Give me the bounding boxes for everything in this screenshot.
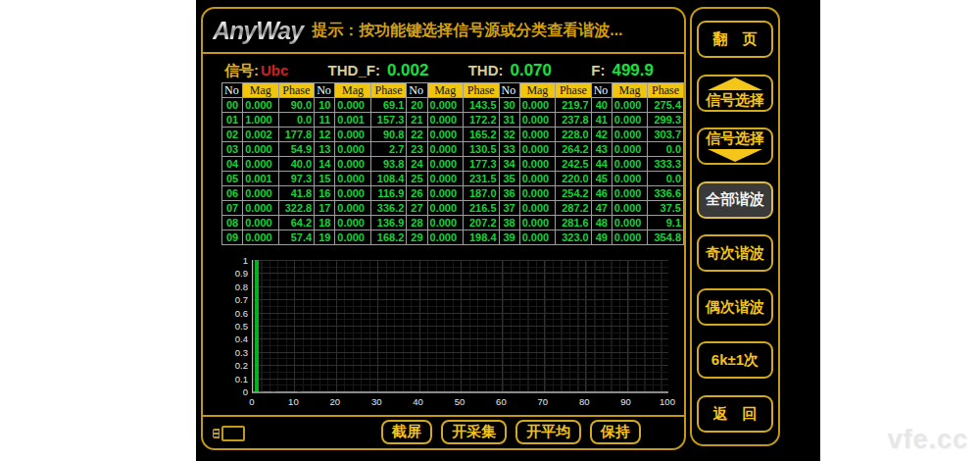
cell-mag: 0.000 <box>519 128 555 142</box>
measurement-info-row: 信号: Ubc THD_F: 0.002 THD: 0.070 F: 499.9 <box>224 60 654 81</box>
cell-no: 40 <box>591 98 612 113</box>
harmonics-table: NoMagPhaseNoMagPhaseNoMagPhaseNoMagPhase… <box>221 82 684 245</box>
table-row: 070.000322.8170.000336.2270.000216.5370.… <box>222 201 684 216</box>
anyway-logo: AnyWay <box>213 17 312 45</box>
cell-no: 09 <box>222 230 243 245</box>
cell-no: 14 <box>315 157 335 172</box>
cell-mag: 0.000 <box>427 172 463 186</box>
cell-mag: 0.000 <box>612 128 647 142</box>
cell-phase: 237.8 <box>556 113 592 128</box>
cell-mag: 0.000 <box>335 201 370 216</box>
cell-phase: 97.3 <box>278 172 315 186</box>
y-axis-tick-label: 0.3 <box>222 347 248 358</box>
cell-mag: 0.000 <box>612 142 647 157</box>
signal-readout: 信号: Ubc <box>224 62 288 80</box>
cell-mag: 0.000 <box>243 216 278 230</box>
table-row: 020.002177.8120.00090.8220.000165.2320.0… <box>222 128 684 142</box>
cell-no: 45 <box>591 172 612 186</box>
sidebar-button-6k-plus-minus-1[interactable]: 6k±1次 <box>697 341 773 379</box>
sidebar-button-page-turn[interactable]: 翻 页 <box>697 21 773 58</box>
screenshot-button[interactable]: 截屏 <box>381 420 432 444</box>
cell-no: 21 <box>407 113 427 128</box>
cell-phase: 0.0 <box>648 142 684 157</box>
cell-phase: 187.0 <box>463 186 499 201</box>
sidebar-button-label: 偶次谐波 <box>706 299 764 316</box>
cell-mag: 0.000 <box>612 157 647 172</box>
table-row: 040.00040.0140.00093.8240.000177.3340.00… <box>222 157 684 172</box>
cell-phase: 90.0 <box>278 98 315 113</box>
main-panel: AnyWay 提示：按功能键选择信号源或分类查看谐波... 信号: Ubc TH… <box>201 7 686 450</box>
cell-mag: 0.000 <box>335 186 370 201</box>
sidebar-button-label: 翻 页 <box>713 31 758 48</box>
cell-no: 13 <box>315 142 335 157</box>
sidebar-button-label: 6k±1次 <box>711 352 759 369</box>
y-axis-tick-label: 0.1 <box>222 374 248 384</box>
cell-phase: 242.5 <box>556 157 592 172</box>
cell-phase: 299.3 <box>648 113 684 128</box>
x-axis-tick-label: 100 <box>653 396 682 407</box>
cell-mag: 0.000 <box>519 201 555 216</box>
sidebar-button-signal-select-down[interactable]: 信号选择 <box>697 128 773 165</box>
cell-no: 08 <box>222 216 243 230</box>
table-row: 090.00057.4190.000168.2290.000198.4390.0… <box>222 230 684 245</box>
frequency-label: F: <box>591 62 605 78</box>
cell-phase: 2.7 <box>370 142 407 157</box>
col-header-no: No <box>499 83 519 98</box>
cell-no: 33 <box>499 142 519 157</box>
hold-button[interactable]: 保持 <box>590 420 641 444</box>
cell-phase: 108.4 <box>370 172 407 186</box>
y-axis-tick-label: 0.6 <box>222 308 248 319</box>
x-axis-tick-label: 70 <box>528 396 558 407</box>
cell-mag: 0.000 <box>335 128 370 142</box>
cell-phase: 143.5 <box>463 98 499 113</box>
cell-mag: 0.000 <box>519 98 555 113</box>
cell-mag: 0.000 <box>243 186 278 201</box>
y-axis-tick-label: 0.8 <box>222 282 248 292</box>
cell-phase: 69.1 <box>370 98 407 113</box>
cell-mag: 0.000 <box>612 230 647 245</box>
col-header-phase: Phase <box>370 83 407 98</box>
y-axis-tick-label: 1 <box>222 255 248 266</box>
cell-no: 18 <box>315 216 335 230</box>
cell-mag: 0.001 <box>335 113 370 128</box>
sidebar-button-return[interactable]: 返 回 <box>697 395 773 433</box>
bottom-bar: 截屏开采集开平均保持 <box>203 415 684 448</box>
cell-phase: 9.1 <box>648 216 684 230</box>
col-header-no: No <box>407 83 427 98</box>
sidebar-button-all-harmonics[interactable]: 全部谐波 <box>697 181 773 219</box>
cell-no: 16 <box>315 186 335 201</box>
col-header-mag: Mag <box>427 83 463 98</box>
cell-phase: 64.2 <box>278 216 315 230</box>
sidebar-button-signal-select-up[interactable]: 信号选择 <box>697 75 773 112</box>
col-header-no: No <box>222 83 243 98</box>
table-row: 060.00041.8160.000116.9260.000187.0360.0… <box>222 186 684 201</box>
cell-phase: 207.2 <box>463 216 499 230</box>
cell-no: 24 <box>407 157 427 172</box>
x-axis-tick-label: 30 <box>362 396 391 407</box>
cell-phase: 93.8 <box>370 157 407 172</box>
cell-no: 28 <box>407 216 427 230</box>
cell-phase: 40.0 <box>278 157 315 172</box>
cell-phase: 287.2 <box>556 201 592 216</box>
cell-phase: 0.0 <box>648 172 684 186</box>
cell-no: 46 <box>591 186 612 201</box>
sidebar-button-odd-harmonics[interactable]: 奇次谐波 <box>697 234 773 272</box>
cell-mag: 0.000 <box>427 157 463 172</box>
cell-no: 37 <box>499 201 519 216</box>
thd-label: THD: <box>468 62 504 78</box>
y-axis-tick-label: 0.7 <box>222 294 248 305</box>
cell-phase: 231.5 <box>463 172 499 186</box>
cell-phase: 177.3 <box>463 157 499 172</box>
cell-no: 38 <box>499 216 519 230</box>
cell-phase: 0.0 <box>278 113 315 128</box>
cell-phase: 275.4 <box>648 98 684 113</box>
cell-mag: 0.002 <box>243 128 278 142</box>
start-averaging-button[interactable]: 开平均 <box>515 420 581 444</box>
cell-no: 49 <box>591 230 612 245</box>
sidebar-button-even-harmonics[interactable]: 偶次谐波 <box>697 288 773 326</box>
start-acquisition-button[interactable]: 开采集 <box>441 420 507 444</box>
cell-mag: 1.000 <box>243 113 278 128</box>
cell-mag: 0.000 <box>243 142 278 157</box>
cell-no: 11 <box>315 113 335 128</box>
battery-body-icon <box>221 426 245 441</box>
